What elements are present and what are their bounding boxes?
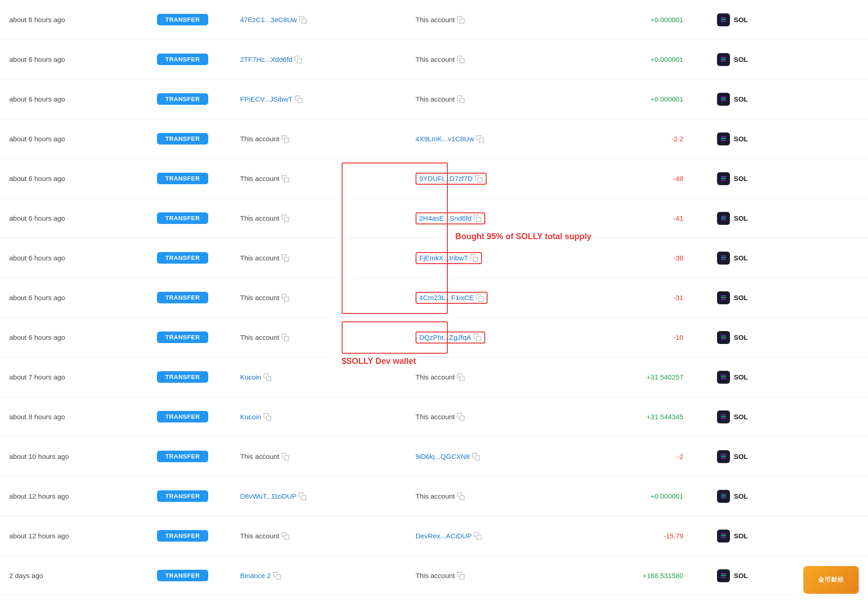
to-cell: This account: [416, 95, 591, 103]
sol-token-icon: [717, 53, 730, 66]
copy-icon[interactable]: [473, 333, 482, 342]
to-cell: This account: [416, 572, 591, 580]
copy-icon[interactable]: [281, 135, 289, 143]
table-row: about 6 hours ago TRANSFER This account …: [0, 159, 868, 199]
copy-icon[interactable]: [263, 373, 271, 381]
type-cell: TRANSFER: [157, 14, 240, 25]
copy-icon[interactable]: [294, 55, 302, 64]
token-label: SOL: [734, 572, 748, 579]
type-cell: TRANSFER: [157, 292, 240, 303]
copy-icon[interactable]: [457, 373, 465, 381]
copy-icon[interactable]: [281, 452, 289, 461]
address-link[interactable]: 47EzC1...3eC8Uw: [240, 16, 297, 24]
amount-cell: -48: [591, 175, 693, 182]
address-link[interactable]: D8vWuT...DziDUP: [240, 492, 296, 500]
from-cell: This account: [240, 333, 416, 342]
to-cell: This account: [416, 55, 591, 64]
from-cell: Binance 2: [240, 572, 416, 580]
type-cell: TRANSFER: [157, 212, 240, 224]
transfer-badge: TRANSFER: [157, 490, 208, 502]
transfer-badge: TRANSFER: [157, 411, 208, 422]
copy-icon[interactable]: [273, 572, 281, 580]
type-cell: TRANSFER: [157, 411, 240, 422]
time-cell: about 6 hours ago: [9, 333, 157, 341]
svg-rect-11: [476, 217, 481, 222]
amount-cell: -41: [591, 214, 693, 222]
table-row: 2 days ago TRANSFER Binance 2 This accou…: [0, 556, 868, 596]
sol-token-icon: [717, 530, 730, 543]
this-account-label: This account: [416, 492, 455, 500]
copy-icon[interactable]: [470, 254, 478, 262]
address-link[interactable]: 2H4asE...Snd6fd: [419, 214, 471, 222]
copy-icon[interactable]: [473, 214, 482, 223]
token-label: SOL: [734, 135, 748, 143]
token-cell: SOL: [693, 13, 748, 26]
this-account-cell: This account: [416, 492, 465, 500]
copy-icon[interactable]: [299, 16, 307, 24]
copy-icon[interactable]: [281, 254, 289, 262]
transfer-badge: TRANSFER: [157, 570, 208, 581]
copy-icon[interactable]: [457, 55, 465, 64]
address-link[interactable]: Kucoin: [240, 413, 261, 421]
address-link[interactable]: FjEmkX...tribwT: [419, 254, 468, 262]
copy-icon[interactable]: [457, 492, 465, 500]
copy-icon[interactable]: [457, 16, 465, 24]
address-link[interactable]: 9YDUFt...D7zf7D: [419, 175, 473, 182]
type-cell: TRANSFER: [157, 252, 240, 264]
copy-icon[interactable]: [475, 175, 483, 183]
copy-icon[interactable]: [457, 572, 465, 580]
token-label: SOL: [734, 373, 748, 381]
address-link[interactable]: 4X9LmK...v1C8Uw: [416, 135, 474, 143]
copy-icon[interactable]: [476, 135, 484, 143]
copy-icon[interactable]: [298, 492, 307, 500]
this-account-label: This account: [240, 294, 279, 302]
token-cell: SOL: [693, 53, 748, 66]
copy-icon[interactable]: [281, 294, 289, 302]
from-cell: Kucoin: [240, 413, 416, 421]
address-link[interactable]: 9iD6kj...QGCXN8: [416, 452, 470, 460]
this-account-cell: This account: [416, 55, 465, 64]
token-label: SOL: [734, 452, 748, 460]
copy-icon[interactable]: [281, 333, 289, 342]
svg-rect-15: [479, 296, 483, 301]
time-cell: about 6 hours ago: [9, 135, 157, 143]
sol-token-icon: [717, 331, 730, 344]
token-cell: SOL: [693, 212, 748, 225]
address-cell: 4Cm23L...F1ixCE: [416, 292, 488, 304]
copy-icon[interactable]: [457, 95, 465, 103]
type-cell: TRANSFER: [157, 54, 240, 65]
copy-icon[interactable]: [263, 413, 271, 421]
copy-icon[interactable]: [281, 214, 289, 223]
address-link[interactable]: FPiECV...JSibwT: [240, 95, 293, 103]
to-cell: 4X9LmK...v1C8Uw: [416, 135, 591, 143]
address-link[interactable]: 4Cm23L...F1ixCE: [419, 294, 474, 302]
svg-rect-23: [475, 455, 479, 460]
copy-icon[interactable]: [457, 413, 465, 421]
copy-icon[interactable]: [476, 294, 484, 302]
copy-icon[interactable]: [281, 175, 289, 183]
address-link[interactable]: Binance 2: [240, 572, 271, 579]
copy-icon[interactable]: [474, 532, 482, 540]
address-link[interactable]: DQzPht...ZgJfqA: [419, 333, 471, 341]
time-cell: 2 days ago: [9, 572, 157, 579]
this-account-cell: This account: [416, 95, 465, 103]
copy-icon[interactable]: [281, 532, 289, 540]
token-cell: SOL: [693, 530, 748, 543]
transfer-badge: TRANSFER: [157, 93, 208, 105]
svg-rect-21: [460, 416, 464, 420]
svg-rect-0: [302, 18, 307, 23]
copy-icon[interactable]: [295, 95, 303, 103]
address-link[interactable]: DevRex...ACiDUP: [416, 532, 472, 540]
address-link[interactable]: Kucoin: [240, 373, 261, 381]
table-row: about 6 hours ago TRANSFER FPiECV...JSib…: [0, 79, 868, 119]
copy-icon[interactable]: [472, 452, 480, 461]
token-cell: SOL: [693, 331, 748, 344]
this-account-cell: This account: [416, 16, 465, 24]
amount-cell: -31: [591, 294, 693, 302]
amount-cell: +188.531580: [591, 572, 693, 579]
this-account-cell: This account: [240, 294, 289, 302]
this-account-label: This account: [240, 214, 279, 222]
svg-rect-27: [476, 535, 481, 539]
address-link[interactable]: 2TF7Hc...Xdd6fd: [240, 55, 292, 63]
amount-cell: -2: [591, 452, 693, 460]
